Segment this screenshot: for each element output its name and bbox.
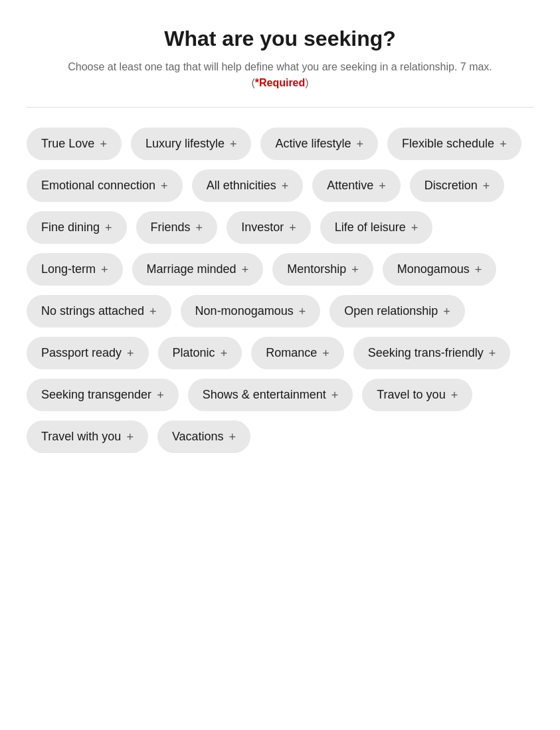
tag-label-attentive: Attentive [327,179,373,193]
plus-icon: + [221,347,228,359]
tag-label-active-lifestyle: Active lifestyle [275,137,351,151]
plus-icon: + [451,389,458,401]
tag-label-seeking-transgender: Seeking transgender [41,388,151,402]
plus-icon: + [483,180,490,192]
tag-label-platonic: Platonic [173,346,215,360]
plus-icon: + [242,264,249,276]
tag-romance[interactable]: Romance+ [251,337,344,369]
plus-icon: + [489,347,496,359]
tag-shows-entertainment[interactable]: Shows & entertainment+ [188,379,353,411]
tag-label-emotional-connection: Emotional connection [41,179,155,193]
tag-flexible-schedule[interactable]: Flexible schedule+ [387,128,521,160]
page-header: What are you seeking? Choose at least on… [27,27,533,91]
tag-true-love[interactable]: True Love+ [27,128,122,160]
tags-container: True Love+Luxury lifestyle+Active lifest… [27,128,533,453]
plus-icon: + [282,180,289,192]
tag-label-true-love: True Love [41,137,94,151]
plus-icon: + [126,431,134,443]
tag-label-mentorship: Mentorship [287,262,346,276]
tag-label-non-monogamous: Non-monogamous [195,304,294,318]
plus-icon: + [157,389,164,401]
tag-travel-to-you[interactable]: Travel to you+ [362,379,472,411]
tag-seeking-trans-friendly[interactable]: Seeking trans-friendly+ [353,337,511,369]
tag-mentorship[interactable]: Mentorship+ [272,253,373,286]
tag-marriage-minded[interactable]: Marriage minded+ [132,253,264,286]
tag-label-travel-to-you: Travel to you [377,388,445,402]
tag-investor[interactable]: Investor+ [227,211,311,244]
tag-label-fine-dining: Fine dining [41,221,100,234]
plus-icon: + [351,264,359,276]
tag-label-flexible-schedule: Flexible schedule [402,137,494,151]
plus-icon: + [475,264,482,276]
plus-icon: + [379,180,386,192]
tag-travel-with-you[interactable]: Travel with you+ [27,420,148,453]
plus-icon: + [331,389,339,401]
tag-life-of-leisure[interactable]: Life of leisure+ [320,211,433,244]
tag-monogamous[interactable]: Monogamous+ [383,253,497,286]
tag-all-ethnicities[interactable]: All ethnicities+ [192,169,304,202]
tag-platonic[interactable]: Platonic+ [158,337,242,369]
plus-icon: + [196,222,203,234]
divider [27,107,533,108]
tag-attentive[interactable]: Attentive+ [312,169,401,202]
plus-icon: + [357,138,364,150]
tag-label-life-of-leisure: Life of leisure [335,221,406,234]
tag-label-all-ethnicities: All ethnicities [207,179,276,193]
tag-passport-ready[interactable]: Passport ready+ [27,337,149,369]
tag-label-long-term: Long-term [41,262,96,276]
tag-label-passport-ready: Passport ready [41,346,122,360]
plus-icon: + [322,347,329,359]
tag-label-monogamous: Monogamous [397,262,470,276]
tag-label-vacations: Vacations [172,430,224,444]
tag-label-seeking-trans-friendly: Seeking trans-friendly [368,346,484,360]
tag-label-romance: Romance [266,346,317,360]
tag-fine-dining[interactable]: Fine dining+ [27,211,127,244]
tag-friends[interactable]: Friends+ [136,211,218,244]
plus-icon: + [100,138,107,150]
tag-label-marriage-minded: Marriage minded [147,262,236,276]
page-subtitle: Choose at least one tag that will help d… [48,59,513,91]
tag-label-no-strings-attached: No strings attached [41,304,144,318]
tag-label-friends: Friends [151,221,191,234]
plus-icon: + [411,222,419,234]
tag-label-travel-with-you: Travel with you [41,430,121,444]
tag-label-shows-entertainment: Shows & entertainment [203,388,326,402]
plus-icon: + [500,138,507,150]
tag-emotional-connection[interactable]: Emotional connection+ [27,169,183,202]
plus-icon: + [289,222,296,234]
tag-no-strings-attached[interactable]: No strings attached+ [27,295,171,327]
tag-discretion[interactable]: Discretion+ [410,169,505,202]
tag-non-monogamous[interactable]: Non-monogamous+ [181,295,321,327]
tag-active-lifestyle[interactable]: Active lifestyle+ [260,128,378,160]
plus-icon: + [230,138,237,150]
tag-open-relationship[interactable]: Open relationship+ [329,295,465,327]
plus-icon: + [127,347,134,359]
plus-icon: + [299,306,306,318]
plus-icon: + [443,306,450,318]
tag-label-discretion: Discretion [424,179,478,193]
plus-icon: + [229,431,236,443]
page-title: What are you seeking? [27,27,533,51]
tag-luxury-lifestyle[interactable]: Luxury lifestyle+ [131,128,252,160]
plus-icon: + [161,180,168,192]
plus-icon: + [101,264,108,276]
tag-label-luxury-lifestyle: Luxury lifestyle [145,137,225,151]
tag-seeking-transgender[interactable]: Seeking transgender+ [27,379,179,411]
tag-vacations[interactable]: Vacations+ [157,420,250,453]
tag-label-investor: Investor [241,221,284,234]
tag-long-term[interactable]: Long-term+ [27,253,123,286]
tag-label-open-relationship: Open relationship [344,304,438,318]
plus-icon: + [105,222,112,234]
plus-icon: + [149,306,157,318]
